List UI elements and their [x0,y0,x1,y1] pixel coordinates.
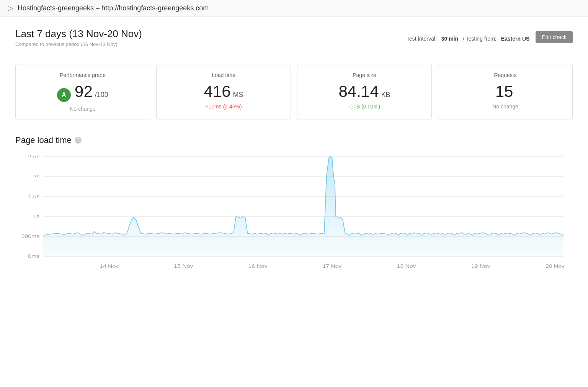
metric-card-requests: Requests 15 No change [438,64,573,120]
metrics-row: Performance grade A 92 /100 No change Lo… [15,64,573,120]
svg-text:2s: 2s [33,174,39,179]
chart-title: Page load time [15,135,72,145]
test-interval-value: 30 min [441,36,458,42]
svg-text:17 Nov: 17 Nov [323,263,342,269]
svg-text:14 Nov: 14 Nov [100,263,119,269]
metric-change-loadtime: +10ms (2.46%) [164,103,283,110]
svg-text:2.5s: 2.5s [28,154,39,159]
metric-change-requests: No change [446,103,565,110]
breadcrumb-icon: ▷ [8,4,13,12]
chart-svg: 2.5s 2s 1.5s 1s 500ms 0ms 14 Nov 15 Nov … [15,153,573,275]
top-bar: ▷ Hostingfacts-greengeeks – http://hosti… [0,0,588,16]
metric-main-requests: 15 [495,84,513,100]
testing-from-value: Eastern US [501,36,530,42]
metric-unit-pagesize: KB [381,91,390,99]
metric-label-pagesize: Page size [305,72,424,78]
metric-main-performance: 92 [75,84,93,100]
test-info: Test interval: 30 min / Testing from: Ea… [407,36,529,42]
svg-text:20 Nov: 20 Nov [546,263,565,269]
grade-badge: A [57,88,71,102]
test-interval-label: Test interval: [407,36,437,42]
period-subtitle: Compared to previous period (06 Nov-13 N… [15,41,142,47]
chart-title-row: Page load time ? [15,135,573,145]
svg-text:18 Nov: 18 Nov [397,263,416,269]
page-title: Hostingfacts-greengeeks – http://hosting… [18,4,209,12]
metric-main-loadtime: 416 [204,84,230,100]
testing-from-label: / Testing from: [463,36,497,42]
period-header: Last 7 days (13 Nov-20 Nov) Compared to … [15,28,142,47]
metric-change-performance: No change [23,106,142,112]
chart-section: Page load time ? 2.5s 2s 1.5s 1s 500ms 0… [15,135,573,275]
svg-text:500ms: 500ms [21,233,39,239]
metric-main-pagesize: 84.14 [338,84,379,100]
svg-text:19 Nov: 19 Nov [471,263,491,269]
metric-change-pagesize: -10B (0.01%) [305,103,424,110]
metric-value-pagesize: 84.14 KB [305,84,424,100]
help-icon[interactable]: ? [75,137,82,144]
svg-text:16 Nov: 16 Nov [248,263,268,269]
main-content: Last 7 days (13 Nov-20 Nov) Compared to … [0,16,588,287]
metric-unit-performance: /100 [95,91,108,99]
metric-card-performance: Performance grade A 92 /100 No change [15,64,150,120]
edit-check-button[interactable]: Edit check [536,31,573,43]
metric-label-requests: Requests [446,72,565,78]
header-row: Last 7 days (13 Nov-20 Nov) Compared to … [15,28,573,55]
period-title: Last 7 days (13 Nov-20 Nov) [15,28,142,40]
metric-label-performance: Performance grade [23,72,142,78]
metric-value-requests: 15 [446,84,565,100]
metric-card-loadtime: Load time 416 MS +10ms (2.46%) [156,64,291,120]
svg-text:0ms: 0ms [28,253,39,259]
metric-value-performance: A 92 /100 [23,84,142,102]
svg-text:1.5s: 1.5s [28,194,39,199]
metric-card-pagesize: Page size 84.14 KB -10B (0.01%) [297,64,432,120]
svg-text:15 Nov: 15 Nov [174,263,193,269]
svg-marker-19 [43,156,564,256]
chart-container: 2.5s 2s 1.5s 1s 500ms 0ms 14 Nov 15 Nov … [15,153,573,275]
svg-text:1s: 1s [33,213,39,219]
metric-unit-loadtime: MS [233,91,243,99]
metric-label-loadtime: Load time [164,72,283,78]
metric-value-loadtime: 416 MS [164,84,283,100]
